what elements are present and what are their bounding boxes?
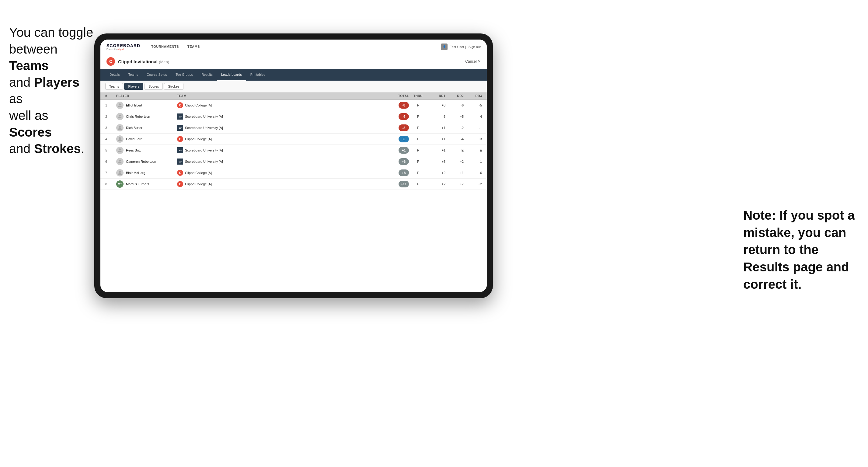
svg-point-1 <box>119 115 121 117</box>
avatar-1 <box>116 102 124 109</box>
team-logo-1: C <box>177 102 183 108</box>
team-logo-6: SU <box>177 158 183 164</box>
thru-7: F <box>409 171 427 175</box>
logo-sub: Powered by clippd <box>106 48 140 50</box>
rank-5: 5 <box>105 149 116 152</box>
col-rank: # <box>105 94 116 98</box>
svg-point-4 <box>119 149 121 150</box>
svg-point-5 <box>119 160 121 161</box>
score-badge-5: +1 <box>399 147 409 154</box>
table-row: 7 Blair McHarg C Clippd College [A] +8 F… <box>100 167 487 179</box>
table-row: 3 Rich Butler SU Scoreboard University [… <box>100 122 487 133</box>
col-player: PLAYER <box>116 94 177 98</box>
rd3-5: E <box>464 149 482 152</box>
avatar-8: MT <box>116 180 124 188</box>
rd3-4: +3 <box>464 137 482 141</box>
team-logo-2: SU <box>177 114 183 120</box>
nav-tournaments[interactable]: TOURNAMENTS <box>148 39 183 54</box>
rank-8: 8 <box>105 182 116 186</box>
rd1-5: +1 <box>427 149 445 152</box>
tab-printables[interactable]: Printables <box>246 69 270 81</box>
player-name-4: David Ford <box>126 137 143 141</box>
team-cell-8: C Clippd College [A] <box>177 181 381 187</box>
nav-teams[interactable]: TEAMS <box>184 39 204 54</box>
team-name-3: Scoreboard University [A] <box>185 126 223 130</box>
rd2-5: E <box>445 149 464 152</box>
thru-3: F <box>409 126 427 130</box>
player-cell-7: Blair McHarg <box>116 169 177 177</box>
user-icon: 👤 <box>441 43 447 50</box>
team-logo-5: SU <box>177 147 183 153</box>
team-logo-4: C <box>177 136 183 142</box>
right-annotation: Note: If you spot a mistake, you can ret… <box>743 207 859 293</box>
rank-2: 2 <box>105 115 116 118</box>
tab-tee-groups[interactable]: Tee Groups <box>171 69 197 81</box>
thru-8: F <box>409 182 427 186</box>
rd1-4: +1 <box>427 137 445 141</box>
toggle-strokes[interactable]: Strokes <box>164 83 183 90</box>
tab-teams[interactable]: Teams <box>124 69 143 81</box>
tab-course-setup[interactable]: Course Setup <box>143 69 171 81</box>
player-cell-1: Elliot Ebert <box>116 102 177 109</box>
rd2-2: +5 <box>445 115 464 118</box>
svg-point-3 <box>119 137 121 139</box>
player-name-6: Cameron Robertson <box>126 160 156 163</box>
total-cell-8: +11 <box>381 181 409 187</box>
logo-area: SCOREBOARD Powered by clippd <box>106 43 140 50</box>
player-name-1: Elliot Ebert <box>126 103 142 107</box>
logo-clippd: clippd <box>118 48 124 50</box>
rd1-3: +1 <box>427 126 445 130</box>
player-cell-3: Rich Butler <box>116 124 177 131</box>
toggle-scores[interactable]: Scores <box>145 83 163 90</box>
player-name-3: Rich Butler <box>126 126 143 130</box>
total-cell-2: -4 <box>381 113 409 120</box>
table-row: 8 MT Marcus Turners C Clippd College [A]… <box>100 179 487 190</box>
tab-details[interactable]: Details <box>105 69 124 81</box>
rd2-6: +2 <box>445 160 464 163</box>
team-name-8: Clippd College [A] <box>185 182 212 186</box>
rd3-7: +6 <box>464 171 482 175</box>
thru-1: F <box>409 103 427 107</box>
avatar-2 <box>116 113 124 120</box>
thru-2: F <box>409 115 427 118</box>
sub-nav: Details Teams Course Setup Tee Groups Re… <box>100 69 487 81</box>
table-row: 6 Cameron Robertson SU Scoreboard Univer… <box>100 156 487 167</box>
col-total: TOTAL <box>381 94 409 98</box>
toggle-players[interactable]: Players <box>124 83 143 90</box>
cancel-button[interactable]: Cancel ✕ <box>465 59 481 64</box>
note-label: Note: If you spot a mistake, you can ret… <box>743 208 855 291</box>
rd1-2: -5 <box>427 115 445 118</box>
rank-4: 4 <box>105 137 116 141</box>
team-cell-5: SU Scoreboard University [A] <box>177 147 381 153</box>
logo-text: SCOREBOARD <box>106 43 140 48</box>
leaderboard-table: # PLAYER TEAM TOTAL THRU RD1 RD2 RD3 1 E… <box>100 92 487 292</box>
player-cell-4: David Ford <box>116 135 177 143</box>
team-name-7: Clippd College [A] <box>185 171 212 175</box>
rd3-3: -1 <box>464 126 482 130</box>
rd1-7: +2 <box>427 171 445 175</box>
toggle-teams[interactable]: Teams <box>105 83 123 90</box>
team-logo-8: C <box>177 181 183 187</box>
col-thru: THRU <box>409 94 427 98</box>
tab-leaderboards[interactable]: Leaderboards <box>217 69 246 81</box>
rd2-3: -2 <box>445 126 464 130</box>
tab-results[interactable]: Results <box>197 69 217 81</box>
avatar-5 <box>116 147 124 154</box>
team-name-1: Clippd College [A] <box>185 103 212 107</box>
tournament-name: Clippd Invitational (Men) <box>118 59 169 64</box>
rd3-8: +2 <box>464 182 482 186</box>
sign-out[interactable]: Sign out <box>468 45 481 49</box>
svg-point-6 <box>119 171 121 173</box>
team-logo-7: C <box>177 170 183 176</box>
col-rd3: RD3 <box>464 94 482 98</box>
rd2-1: -6 <box>445 103 464 107</box>
bold-strokes: Strokes <box>34 142 81 156</box>
svg-point-2 <box>119 126 121 128</box>
toggle-row: Teams Players Scores Strokes <box>100 81 487 92</box>
total-cell-4: E <box>381 136 409 143</box>
score-badge-8: +11 <box>399 181 409 187</box>
total-cell-1: -8 <box>381 102 409 108</box>
total-cell-6: +6 <box>381 158 409 165</box>
team-cell-1: C Clippd College [A] <box>177 102 381 108</box>
bold-players: Players <box>34 75 80 89</box>
